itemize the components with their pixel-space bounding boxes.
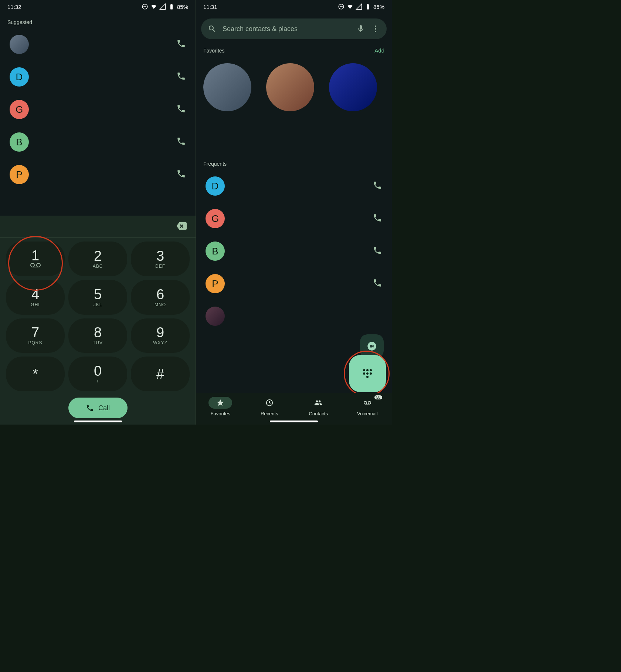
dialer-input-row	[0, 216, 196, 238]
gesture-bar[interactable]	[270, 421, 318, 422]
call-button[interactable]: Call	[68, 398, 128, 418]
favorite-contact[interactable]	[266, 63, 314, 111]
svg-rect-2	[170, 4, 173, 10]
clock-icon	[265, 399, 274, 407]
dialpad-key-1[interactable]: 1	[6, 242, 65, 276]
svg-point-17	[363, 372, 365, 375]
favorite-contact[interactable]	[329, 63, 377, 111]
dialpad-key-3[interactable]: 3DEF	[131, 242, 190, 276]
dialpad-key-*[interactable]: *	[6, 357, 65, 391]
svg-point-20	[366, 376, 369, 378]
favorites-screen: 11:31 85% Search contacts & places Favor…	[196, 0, 392, 425]
dialpad-key-7[interactable]: 7PQRS	[6, 318, 65, 353]
svg-point-18	[366, 372, 369, 375]
wifi-icon	[150, 3, 157, 10]
star-icon	[216, 399, 224, 407]
call-contact-button[interactable]	[176, 104, 186, 115]
svg-point-15	[366, 369, 369, 371]
nav-voicemail[interactable]: 58 Voicemail	[356, 397, 379, 416]
add-favorite-button[interactable]: Add	[374, 47, 384, 54]
favorite-contact[interactable]	[203, 63, 251, 111]
svg-rect-10	[367, 4, 368, 5]
dnd-icon	[142, 3, 148, 10]
call-contact-button[interactable]	[176, 39, 186, 50]
call-contact-button[interactable]	[373, 213, 382, 224]
voicemail-icon	[30, 263, 41, 269]
frequents-label: Frequents	[196, 155, 392, 170]
status-time: 11:31	[203, 4, 217, 10]
svg-rect-9	[367, 4, 369, 10]
suggested-contact-row[interactable]: P	[0, 158, 196, 191]
nav-favorites[interactable]: Favorites	[208, 397, 232, 416]
dialpad-key-0[interactable]: 0+	[68, 357, 127, 391]
suggested-label: Suggested	[0, 13, 196, 28]
contact-avatar: P	[206, 274, 225, 293]
dialpad-key-6[interactable]: 6MNO	[131, 280, 190, 315]
dialpad-key-4[interactable]: 4GHI	[6, 280, 65, 315]
wifi-icon	[347, 3, 353, 10]
suggested-contact-row[interactable]: D	[0, 61, 196, 93]
gesture-bar[interactable]	[74, 421, 122, 422]
status-icons: 85%	[142, 3, 188, 10]
status-bar: 11:31 85%	[196, 0, 392, 13]
battery-percent: 85%	[177, 4, 188, 10]
call-label: Call	[98, 404, 110, 412]
frequent-contact-row[interactable]: D	[196, 170, 392, 202]
dialpad-fab[interactable]	[349, 355, 386, 392]
call-contact-button[interactable]	[373, 246, 382, 257]
signal-icon	[159, 3, 166, 10]
search-placeholder: Search contacts & places	[223, 25, 350, 33]
svg-point-4	[31, 263, 34, 267]
svg-point-12	[375, 28, 376, 30]
dialpad-key-5[interactable]: 5JKL	[68, 280, 127, 315]
people-icon	[314, 399, 322, 407]
dialpad-key-9[interactable]: 9WXYZ	[131, 318, 190, 353]
dialer-panel: 12ABC3DEF4GHI5JKL6MNO7PQRS8TUV9WXYZ*0+# …	[0, 216, 196, 425]
svg-point-23	[368, 401, 371, 404]
mic-icon[interactable]	[356, 24, 365, 33]
contact-avatar	[206, 307, 225, 326]
contact-avatar: G	[10, 100, 29, 119]
svg-point-16	[370, 369, 372, 371]
call-contact-button[interactable]	[373, 180, 382, 192]
phone-icon	[86, 404, 94, 412]
svg-rect-3	[171, 4, 172, 5]
suggested-contact-row[interactable]	[0, 28, 196, 61]
signal-icon	[356, 3, 362, 10]
call-contact-button[interactable]	[176, 136, 186, 148]
frequent-contact-row[interactable]	[196, 300, 392, 332]
status-bar: 11:32 85%	[0, 0, 196, 13]
call-contact-button[interactable]	[176, 169, 186, 180]
contact-avatar: B	[10, 132, 29, 152]
status-icons: 85%	[338, 3, 384, 10]
contact-avatar: D	[206, 176, 225, 196]
call-contact-button[interactable]	[176, 71, 186, 82]
video-call-fab[interactable]	[360, 334, 384, 358]
backspace-button[interactable]	[176, 220, 187, 233]
battery-icon	[168, 3, 175, 10]
dialpad-key-#[interactable]: #	[131, 357, 190, 391]
dialpad-key-2[interactable]: 2ABC	[68, 242, 127, 276]
call-contact-button[interactable]	[373, 278, 382, 289]
frequent-contact-row[interactable]: P	[196, 267, 392, 300]
dialpad-key-8[interactable]: 8TUV	[68, 318, 127, 353]
dialer-screen: 11:32 85% Suggested DGBP 12ABC3DEF4GHI5J…	[0, 0, 196, 425]
bottom-nav: Favorites Recents Contacts 58 Voicemail	[196, 393, 392, 425]
suggested-contact-row[interactable]: B	[0, 126, 196, 158]
search-bar[interactable]: Search contacts & places	[201, 18, 387, 39]
nav-recents[interactable]: Recents	[258, 397, 281, 416]
nav-contacts[interactable]: Contacts	[306, 397, 330, 416]
frequent-contact-row[interactable]: B	[196, 235, 392, 267]
battery-percent: 85%	[373, 4, 384, 10]
frequent-contact-row[interactable]: G	[196, 202, 392, 235]
svg-point-13	[375, 31, 376, 32]
contact-avatar: D	[10, 67, 29, 87]
svg-point-11	[375, 26, 376, 27]
search-icon	[208, 24, 217, 33]
favorites-label: Favorites	[203, 48, 225, 54]
status-time: 11:32	[7, 4, 21, 10]
more-icon[interactable]	[371, 24, 380, 33]
dnd-icon	[338, 3, 345, 10]
suggested-contact-row[interactable]: G	[0, 93, 196, 126]
voicemail-icon	[363, 399, 371, 407]
